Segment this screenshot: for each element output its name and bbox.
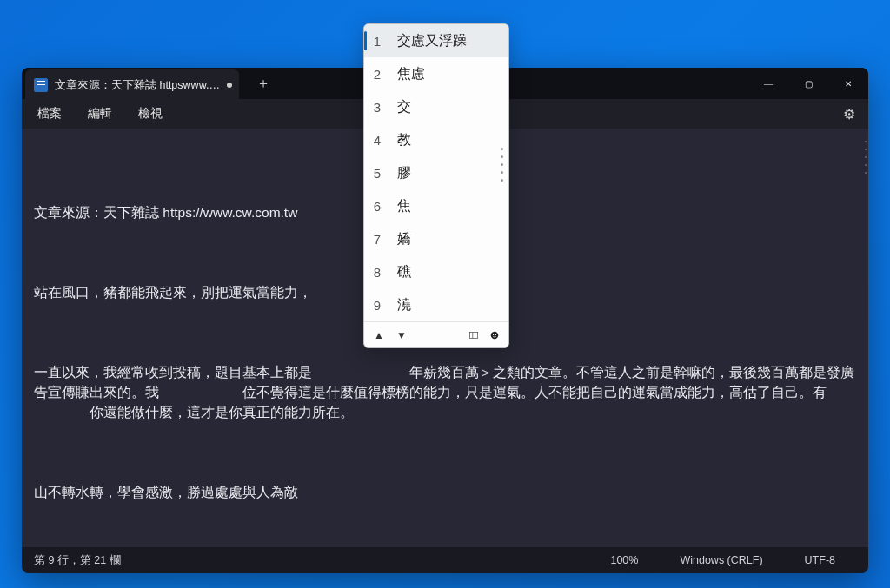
statusbar: 第 9 行，第 21 欄 100% Windows (CRLF) UTF-8 [22,547,868,573]
ime-candidate[interactable]: 6 焦 [364,189,508,222]
ime-candidate[interactable]: 3 交 [364,90,508,123]
status-caret-position: 第 9 行，第 21 欄 [34,553,589,568]
ime-candidate-text: 焦 [397,197,500,215]
close-button[interactable]: ✕ [828,68,868,99]
gear-icon: ⚙ [843,106,855,122]
ime-candidate[interactable]: 2 焦慮 [364,57,508,90]
ime-candidate-text: 膠 [397,164,500,182]
ime-emoji-button[interactable] [488,329,501,341]
svg-point-3 [495,334,496,334]
ime-candidate-text: 焦慮 [397,65,500,83]
ime-candidate-number: 8 [369,265,385,280]
ime-candidate-number: 4 [369,133,385,148]
ime-candidate[interactable]: 8 礁 [364,255,508,288]
maximize-button[interactable]: ▢ [788,68,828,99]
maximize-icon: ▢ [805,79,813,89]
document-icon [34,78,48,92]
expand-icon [469,330,478,340]
ime-scroll-dots-icon [501,148,503,182]
ime-candidate-text: 交 [397,98,500,116]
ime-candidate-number: 6 [369,199,385,214]
ime-candidate[interactable]: 7 嬌 [364,222,508,255]
ime-prev-page-button[interactable]: ▲ [371,327,387,343]
menu-file[interactable]: 檔案 [27,102,72,125]
minimap-dots-icon [865,141,867,174]
settings-button[interactable]: ⚙ [835,100,863,128]
emoji-icon [490,329,499,341]
minimize-icon: — [764,79,773,89]
ime-candidate-number: 7 [369,232,385,247]
new-tab-button[interactable]: ＋ [249,69,277,97]
document-tab[interactable]: 文章來源：天下雜誌 httpswww.cw.c [25,69,239,101]
status-zoom[interactable]: 100% [589,554,659,566]
ime-candidate-number: 3 [369,100,385,115]
tab-title: 文章來源：天下雜誌 httpswww.cw.c [55,78,220,93]
menu-view[interactable]: 檢視 [128,102,173,125]
minimize-button[interactable]: — [748,68,788,99]
svg-rect-0 [469,332,477,338]
ime-candidate[interactable]: 5 膠 [364,156,508,189]
paragraph: 一直以來，我經常收到投稿，題目基本上都是＜我如何從月薪年薪幾百萬＞之類的文章。不… [34,362,856,422]
paragraph: 山不轉水轉，學會感激，勝過處處與人為敵 [34,482,856,502]
status-encoding[interactable]: UTF-8 [784,554,856,566]
status-line-ending[interactable]: Windows (CRLF) [659,554,783,566]
ime-candidate-number: 1 [369,34,385,49]
ime-candidate[interactable]: 4 教 [364,123,508,156]
ime-candidate[interactable]: 9 澆 [364,288,508,321]
ime-candidate-number: 2 [369,67,385,82]
ime-expand-button[interactable] [467,329,481,341]
ime-candidate-number: 9 [369,298,385,313]
ime-candidate-text: 交慮又浮躁 [397,32,500,50]
ime-toolbar: ▲ ▼ [364,321,508,347]
unsaved-indicator-icon [227,83,232,88]
svg-point-2 [493,334,494,334]
menu-edit[interactable]: 編輯 [77,102,123,125]
ime-next-page-button[interactable]: ▼ [394,327,409,343]
ime-candidate-text: 澆 [397,296,500,314]
ime-candidate-window: 1 交慮又浮躁 2 焦慮 3 交 4 教 5 膠 6 焦 7 嬌 8 礁 9 澆… [363,23,509,348]
ime-candidate-text: 教 [397,131,500,149]
ime-candidate-text: 礁 [397,263,500,281]
ime-candidate-number: 5 [369,166,385,181]
ime-candidate-text: 嬌 [397,230,500,248]
close-icon: ✕ [845,79,852,89]
ime-candidate[interactable]: 1 交慮又浮躁 [364,24,508,57]
